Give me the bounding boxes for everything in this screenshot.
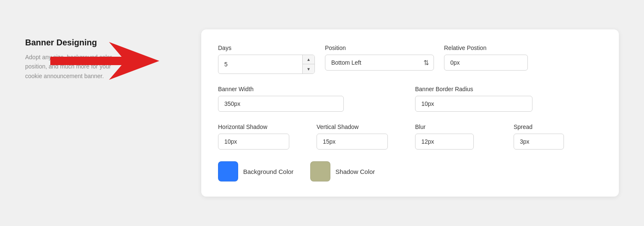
spread-label: Spread [514,124,602,130]
background-color-item: Background Color [218,161,293,181]
field-blur: Blur [415,124,504,150]
position-label: Position [325,45,434,51]
red-arrow-icon [50,42,159,80]
relative-input[interactable] [444,55,528,71]
field-vertical-shadow: Vertical Shadow [317,124,405,150]
row-3: Horizontal Shadow Vertical Shadow Blur S… [218,124,602,150]
shadow-color-item: Shadow Color [310,161,375,181]
spread-input[interactable] [514,134,564,150]
horiz-shadow-label: Horizontal Shadow [218,124,306,130]
row-1: Days ▲ ▼ Position Bottom Left Bottom Rig… [218,45,602,74]
field-days: Days ▲ ▼ [218,45,315,74]
shadow-color-swatch[interactable] [310,161,330,181]
days-input-wrapper: ▲ ▼ [218,55,315,74]
right-panel: Days ▲ ▼ Position Bottom Left Bottom Rig… [201,29,619,197]
color-row: Background Color Shadow Color [218,161,602,181]
position-select-wrapper: Bottom Left Bottom Right Top Left Top Ri… [325,55,434,71]
relative-label: Relative Postion [444,45,602,51]
field-relative-position: Relative Postion [444,45,602,71]
banner-radius-input[interactable] [415,96,532,112]
field-position: Position Bottom Left Bottom Right Top Le… [325,45,434,71]
background-color-label: Background Color [243,168,293,175]
position-select[interactable]: Bottom Left Bottom Right Top Left Top Ri… [325,55,434,71]
field-banner-width: Banner Width [218,86,405,112]
spinner-down-button[interactable]: ▼ [303,64,314,74]
banner-radius-label: Banner Border Radius [415,86,602,92]
background-color-swatch[interactable] [218,161,238,181]
left-panel: Banner Designing Adopt any size, backgro… [25,29,201,81]
page-wrapper: Banner Designing Adopt any size, backgro… [0,13,644,213]
shadow-color-label: Shadow Color [335,168,375,175]
vert-shadow-input[interactable] [317,134,388,150]
blur-label: Blur [415,124,504,130]
vert-shadow-label: Vertical Shadow [317,124,405,130]
field-horizontal-shadow: Horizontal Shadow [218,124,306,150]
banner-width-input[interactable] [218,96,344,112]
horiz-shadow-input[interactable] [218,134,289,150]
svg-marker-0 [50,42,159,80]
spinner-buttons: ▲ ▼ [302,55,314,74]
blur-input[interactable] [415,134,474,150]
spinner-up-button[interactable]: ▲ [303,55,314,64]
days-label: Days [218,45,315,51]
field-spread: Spread [514,124,602,150]
row-2: Banner Width Banner Border Radius [218,86,602,112]
days-input[interactable] [218,57,302,72]
banner-width-label: Banner Width [218,86,405,92]
field-banner-radius: Banner Border Radius [415,86,602,112]
